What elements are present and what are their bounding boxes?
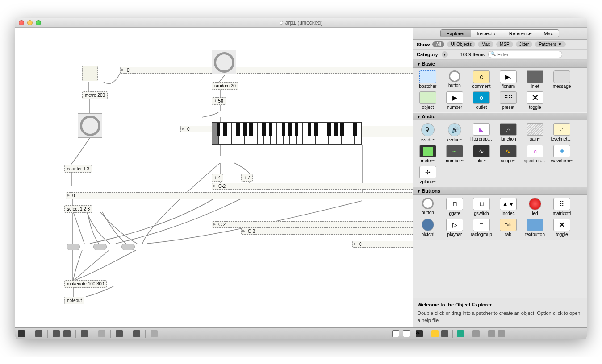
lock-icon[interactable] [18, 330, 25, 337]
filter-jitter[interactable]: Jitter [516, 41, 533, 47]
presentation-icon[interactable] [81, 330, 88, 337]
grid-view-icon[interactable] [431, 330, 439, 337]
item-bpatcher[interactable]: bpatcher [417, 70, 439, 89]
item-message[interactable]: message [551, 70, 573, 89]
counter-object[interactable]: counter 1 3 [64, 165, 92, 173]
note-display-3[interactable]: C-2 [212, 221, 413, 228]
item-zplane[interactable]: ✢zplane~ [417, 166, 439, 184]
sidebar: Explorer Inspector Reference Max Show Al… [413, 28, 587, 339]
item-comment[interactable]: ccomment [470, 70, 493, 89]
item-waveform[interactable]: ✦waveform~ [551, 145, 573, 163]
item-ezadc[interactable]: 🎙ezadc~ [417, 123, 439, 142]
minimize-button[interactable] [27, 20, 33, 25]
eye-icon[interactable] [457, 330, 464, 337]
panel-left-icon[interactable] [392, 330, 399, 337]
tab-reference[interactable]: Reference [503, 29, 538, 37]
item-function[interactable]: △function [497, 123, 519, 142]
section-basic[interactable]: Basic [413, 60, 587, 68]
item-button2[interactable]: button [417, 198, 439, 216]
metro-object[interactable]: metro 200 [82, 91, 108, 99]
category-dropdown-icon[interactable]: ▼ [442, 51, 448, 58]
gate-1[interactable] [67, 244, 80, 250]
button-object-right[interactable] [212, 50, 236, 74]
section-buttons[interactable]: Buttons [413, 187, 587, 195]
tab-max[interactable]: Max [538, 29, 560, 37]
item-gswitch[interactable]: ⊔gswitch [470, 198, 493, 216]
button-object-left[interactable] [78, 113, 102, 138]
item-filtergraph[interactable]: ◣filtergraph~ [470, 123, 493, 142]
item-numbertilde[interactable]: ~.number~ [443, 145, 466, 163]
item-scope[interactable]: ∿scope~ [497, 145, 519, 163]
item-button[interactable]: button [443, 70, 466, 89]
tab-explorer[interactable]: Explorer [440, 29, 471, 37]
item-ezdac[interactable]: 🔊ezdac~ [443, 123, 466, 142]
item-playbar[interactable]: ▷playbar [443, 219, 466, 237]
search-input[interactable] [488, 51, 562, 58]
filter-patchers[interactable]: Patchers ▼ [535, 41, 565, 47]
debug-icon[interactable] [150, 330, 158, 337]
item-matrixctrl[interactable]: ⠿matrixctrl [551, 198, 573, 216]
item-toggle2[interactable]: ✕toggle [551, 219, 573, 237]
item-tab[interactable]: Tabtab [497, 219, 519, 237]
patcher-canvas[interactable]: 0 metro 200 counter 1 3 0 select 1 2 3 m… [15, 28, 413, 339]
plus50-object[interactable]: + 50 [212, 97, 226, 105]
tab-inspector[interactable]: Inspector [471, 29, 503, 37]
explorer-body[interactable]: Basic bpatcher button ccomment ▶.flonum … [413, 60, 587, 298]
section-audio[interactable]: Audio [413, 112, 587, 120]
number-box-velocity[interactable]: 0 [352, 241, 413, 248]
item-outlet[interactable]: ooutlet [470, 91, 493, 110]
plus4-object[interactable]: + 4 [212, 174, 223, 182]
toggle-object[interactable] [82, 66, 98, 81]
filter-ui-objects[interactable]: UI Objects [447, 41, 475, 47]
item-incdec[interactable]: ▲▼incdec [497, 198, 519, 216]
grid-toggle-icon[interactable] [63, 330, 71, 337]
item-meter[interactable]: meter~ [417, 145, 439, 163]
item-pictctrl[interactable]: pictctrl [417, 219, 439, 237]
new-object-icon[interactable] [35, 330, 42, 337]
zoom-button[interactable] [36, 20, 41, 25]
item-toggle[interactable]: ✕toggle [524, 91, 546, 110]
gear-icon[interactable]: ✻ [416, 330, 423, 337]
category-row: Category ▼ 1009 Items [413, 50, 587, 60]
kslider-object[interactable] [212, 122, 362, 145]
number-box-counter[interactable]: 0 [66, 192, 413, 199]
number-box-metro[interactable]: 0 [120, 67, 413, 74]
help-icon[interactable] [488, 330, 495, 337]
filter-max[interactable]: Max [478, 41, 493, 47]
item-plot[interactable]: ∿plot~ [470, 145, 493, 163]
menu-icon[interactable] [498, 330, 505, 337]
item-ggate[interactable]: ⊓ggate [443, 198, 466, 216]
list-view-icon[interactable] [441, 330, 448, 337]
item-flonum[interactable]: ▶.flonum [497, 70, 519, 89]
grid-icon[interactable] [133, 330, 140, 337]
app-window: arp1 (unlocked) [15, 18, 587, 339]
random-object[interactable]: random 20 [212, 82, 238, 90]
audio-icon[interactable] [116, 330, 123, 337]
filter-all[interactable]: All [432, 41, 444, 47]
item-inlet[interactable]: iinlet [524, 70, 546, 89]
filter-msp[interactable]: MSP [496, 41, 513, 47]
plus7-object[interactable]: + 7 [241, 174, 253, 182]
makenote-object[interactable]: makenote 100 300 [64, 280, 107, 288]
item-textbutton[interactable]: Ttextbutton [524, 219, 546, 237]
note-display-2[interactable]: C-2 [212, 183, 413, 190]
item-led[interactable]: led [524, 198, 546, 216]
item-gain[interactable]: gain~ [524, 123, 546, 142]
panel-right-icon[interactable] [403, 330, 410, 337]
note-display-4[interactable]: C-2 [241, 228, 413, 235]
item-number[interactable]: ▶number [443, 91, 466, 110]
select-object[interactable]: select 1 2 3 [64, 205, 92, 213]
window-title: arp1 (unlocked) [285, 20, 322, 26]
close-button[interactable] [19, 20, 24, 25]
noteout-object[interactable]: noteout [64, 297, 84, 304]
info-icon[interactable] [98, 330, 105, 337]
add-icon[interactable] [472, 330, 480, 337]
item-radiogroup[interactable]: ≡radiogroup [470, 219, 493, 237]
gate-3[interactable] [121, 244, 135, 250]
item-object[interactable]: object [417, 91, 439, 110]
item-spectroscope[interactable]: ⩍spectroscope~ [524, 145, 546, 163]
gate-2[interactable] [93, 244, 107, 250]
item-preset[interactable]: ⠿⠿preset [497, 91, 519, 110]
item-levelmeter[interactable]: ⟋levelmeter~ [551, 123, 573, 142]
zoom-icon[interactable] [53, 330, 60, 337]
